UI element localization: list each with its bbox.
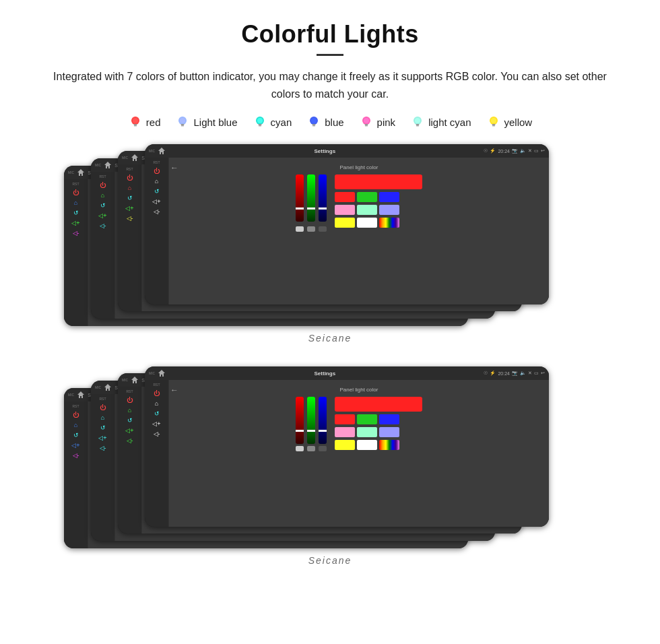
color-item-red: red bbox=[128, 115, 161, 129]
home-icon-1 bbox=[77, 168, 85, 176]
color-item-yellow: yellow bbox=[486, 115, 533, 129]
svg-rect-6 bbox=[181, 124, 185, 125]
main-content-bottom: Panel light color bbox=[169, 380, 549, 527]
slider-blue-bottom bbox=[319, 397, 327, 444]
bulb-pink-icon bbox=[359, 115, 374, 129]
svg-marker-28 bbox=[77, 169, 84, 176]
svg-rect-10 bbox=[258, 124, 261, 125]
sliders-top bbox=[296, 174, 327, 232]
svg-marker-31 bbox=[158, 148, 165, 154]
slider-red-bottom bbox=[296, 397, 304, 444]
bulb-cyan-icon bbox=[253, 115, 267, 129]
svg-rect-14 bbox=[312, 124, 316, 125]
topbar-icons: ☉ ⚡ 20:24 📷 🔈 ✕ ▭ ↩ bbox=[484, 148, 545, 154]
device-groups-wrapper: MIC Se RST ⏻ ⌂ ↺ ◁+ ◁- bbox=[27, 144, 633, 571]
left-panel-4: RST ⏻ ⌂ ↺ ◁+ ◁- bbox=[145, 158, 169, 304]
top-device-group: MIC Se RST ⏻ ⌂ ↺ ◁+ ◁- bbox=[40, 144, 620, 326]
home-icon-b1 bbox=[77, 391, 85, 399]
main-content-4: Panel light color bbox=[169, 158, 549, 304]
settings-title-top: Settings bbox=[168, 148, 481, 154]
svg-point-13 bbox=[311, 118, 317, 123]
svg-marker-32 bbox=[77, 391, 84, 398]
svg-rect-3 bbox=[134, 125, 137, 127]
svg-marker-33 bbox=[104, 384, 111, 391]
big-red-bar-top bbox=[335, 174, 422, 189]
svg-marker-35 bbox=[158, 370, 165, 377]
home-icon-b2 bbox=[104, 383, 112, 391]
bulb-yellow-icon bbox=[486, 115, 501, 129]
slider-blue-top bbox=[319, 174, 327, 222]
svg-rect-18 bbox=[364, 124, 368, 125]
svg-rect-27 bbox=[492, 125, 495, 127]
svg-rect-11 bbox=[259, 125, 261, 127]
device-card-4-front: MIC Settings ☉ ⚡ 20:24 📷 🔈 ✕ ▭ bbox=[145, 144, 549, 304]
slider-red-top bbox=[296, 174, 304, 222]
color-item-lightblue: Light blue bbox=[175, 115, 237, 129]
home-icon-3 bbox=[131, 154, 139, 162]
bulb-blue-icon bbox=[306, 115, 321, 129]
page-container: Colorful Lights Integrated with 7 colors… bbox=[0, 0, 660, 591]
device-time-top: 20:24 bbox=[498, 149, 510, 154]
slider-green-bottom bbox=[307, 397, 315, 444]
panel-content-area-top bbox=[296, 174, 422, 236]
left-panel-2: RST ⏻ ⌂ ↺ ◁+ ◁- bbox=[91, 172, 115, 319]
svg-point-17 bbox=[364, 118, 369, 123]
device-time-bottom: 20:24 bbox=[498, 371, 510, 376]
slider-green-top bbox=[307, 174, 315, 222]
bulb-red-icon bbox=[128, 115, 143, 129]
mic-label-1: MIC bbox=[68, 170, 74, 174]
sliders-bottom bbox=[296, 397, 327, 451]
bottom-device-group: MIC Se RST ⏻ ⌂ ↺ ◁+ ◁- bbox=[40, 366, 620, 548]
svg-rect-7 bbox=[181, 125, 184, 127]
svg-point-5 bbox=[180, 118, 185, 123]
left-panel-1: RST ⏻ ⌂ ↺ ◁+ ◁- bbox=[64, 179, 88, 326]
svg-marker-29 bbox=[104, 162, 111, 168]
panel-content-area-bottom bbox=[296, 397, 422, 451]
svg-point-9 bbox=[257, 118, 263, 123]
settings-title-bottom: Settings bbox=[168, 371, 481, 377]
topbar-4: MIC Settings ☉ ⚡ 20:24 📷 🔈 ✕ ▭ bbox=[145, 144, 549, 158]
home-icon-b3 bbox=[131, 376, 139, 384]
color-item-pink: pink bbox=[359, 115, 396, 129]
svg-point-25 bbox=[491, 118, 496, 123]
panel-light-title-bottom: Panel light color bbox=[340, 387, 378, 393]
body-4: RST ⏻ ⌂ ↺ ◁+ ◁- ← Panel light color bbox=[145, 158, 549, 304]
color-item-cyan: cyan bbox=[253, 115, 292, 129]
svg-marker-34 bbox=[131, 377, 138, 383]
bulb-lightblue-icon bbox=[175, 115, 190, 129]
page-description: Integrated with 7 colors of button indic… bbox=[40, 68, 620, 102]
bottom-card-4-front: MIC Settings ☉ ⚡ 20:24 📷 🔈 ✕ ▭ bbox=[145, 366, 549, 527]
watermark-top: Seicane bbox=[308, 330, 352, 349]
left-panel-3: RST ⏻ ⌂ ↺ ◁+ ◁- bbox=[118, 164, 142, 311]
svg-point-21 bbox=[415, 118, 420, 123]
swatches-area-top bbox=[335, 174, 422, 228]
topbar-icons-bottom: ☉ ⚡ 20:24 📷 🔈 ✕ ▭ ↩ bbox=[484, 371, 545, 376]
svg-rect-19 bbox=[365, 125, 368, 127]
svg-rect-23 bbox=[416, 125, 419, 127]
svg-point-1 bbox=[133, 118, 138, 123]
color-indicators: red Light blue cyan bbox=[27, 115, 633, 129]
big-red-bar-bottom bbox=[335, 397, 422, 412]
color-label-cyan: cyan bbox=[271, 117, 292, 128]
svg-marker-30 bbox=[131, 154, 138, 161]
swatches-area-bottom bbox=[335, 397, 422, 450]
title-divider bbox=[317, 54, 343, 56]
svg-rect-2 bbox=[133, 124, 137, 125]
svg-rect-22 bbox=[416, 124, 420, 125]
back-arrow-top[interactable]: ← bbox=[170, 163, 178, 172]
color-label-pink: pink bbox=[377, 117, 396, 128]
home-icon-2 bbox=[104, 161, 112, 169]
color-label-yellow: yellow bbox=[504, 117, 533, 128]
color-item-lightcyan: light cyan bbox=[410, 115, 471, 129]
back-arrow-bottom[interactable]: ← bbox=[170, 385, 178, 395]
bulb-lightcyan-icon bbox=[410, 115, 425, 129]
color-label-red: red bbox=[146, 117, 161, 128]
color-label-lightcyan: light cyan bbox=[428, 117, 471, 128]
home-icon-4 bbox=[158, 147, 166, 155]
color-label-blue: blue bbox=[325, 117, 343, 128]
watermark-bottom: Seicane bbox=[308, 552, 352, 571]
page-title: Colorful Lights bbox=[27, 20, 633, 49]
home-icon-b4 bbox=[158, 369, 166, 377]
svg-rect-26 bbox=[492, 124, 495, 125]
svg-rect-15 bbox=[312, 125, 315, 127]
